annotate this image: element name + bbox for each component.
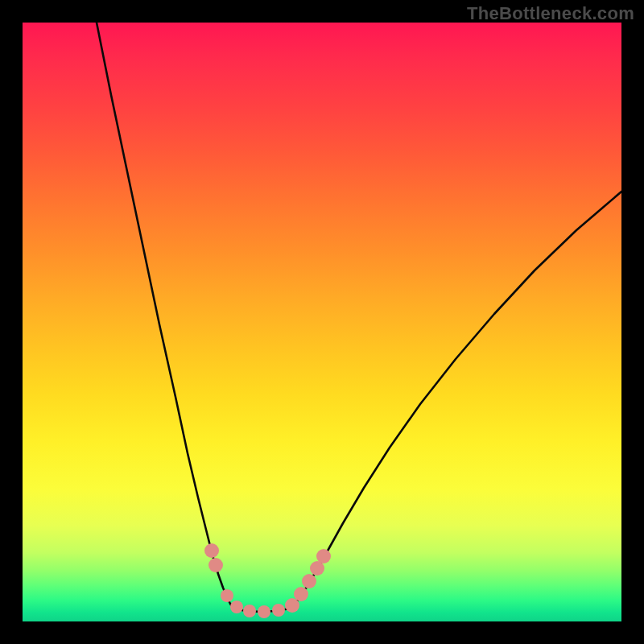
marker-dot xyxy=(294,587,308,601)
marker-dot xyxy=(258,605,270,618)
highlight-markers xyxy=(204,543,331,618)
marker-dot xyxy=(243,605,256,617)
marker-dot xyxy=(230,601,243,613)
curve-right-branch xyxy=(290,192,621,609)
plot-area xyxy=(23,23,621,621)
chart-frame: TheBottleneck.com xyxy=(0,0,644,644)
marker-dot xyxy=(272,604,285,617)
marker-dot xyxy=(208,558,223,572)
curve-layer xyxy=(23,23,621,621)
marker-dot xyxy=(221,589,233,602)
marker-dot xyxy=(316,549,331,564)
marker-dot xyxy=(204,543,219,558)
marker-dot xyxy=(285,598,299,613)
curve-left-branch xyxy=(97,23,233,609)
watermark-text: TheBottleneck.com xyxy=(467,3,634,24)
marker-dot xyxy=(302,574,316,588)
